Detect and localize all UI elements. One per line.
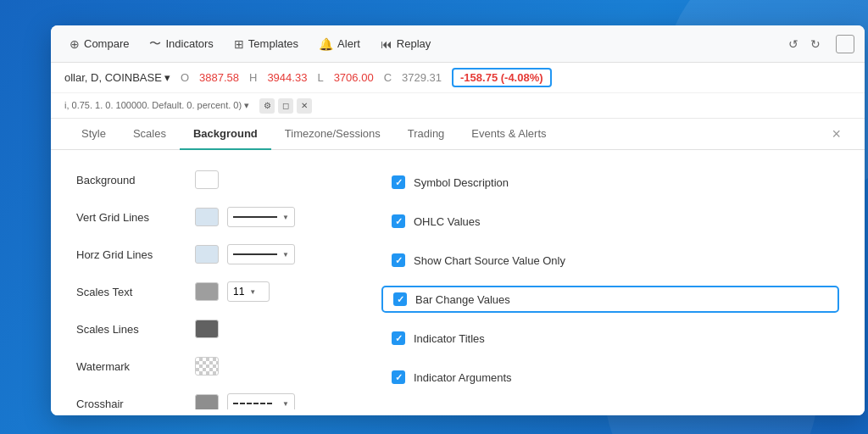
low-label: L	[317, 71, 323, 84]
indicator-bar: i, 0.75. 1. 0. 100000. Default. 0. perce…	[51, 93, 865, 119]
chevron-down-icon: ▼	[282, 214, 289, 221]
open-value: 3887.58	[199, 71, 239, 84]
low-value: 3706.00	[334, 71, 374, 84]
ohlc-values-row: OHLC Values	[381, 208, 839, 235]
vert-grid-label: Vert Grid Lines	[76, 211, 186, 224]
horz-grid-style-dropdown[interactable]: ▼	[227, 244, 295, 264]
undo-button[interactable]: ↺	[783, 34, 804, 54]
compare-button[interactable]: ⊕ Compare	[61, 33, 137, 55]
close-label: C	[384, 71, 392, 84]
main-window: ⊕ Compare 〜 Indicators ⊞ Templates 🔔 Ale…	[51, 25, 865, 415]
indicator-icons: ⚙ ◻ ✕	[259, 98, 312, 114]
settings-panel: Style Scales Background Timezone/Session…	[51, 119, 865, 415]
ohlc-values-label: OHLC Values	[414, 215, 481, 228]
remove-icon[interactable]: ✕	[297, 98, 312, 114]
scales-lines-setting-row: Scales Lines	[76, 316, 348, 342]
open-label: O	[181, 71, 189, 84]
line-preview	[233, 216, 277, 218]
tab-background[interactable]: Background	[180, 119, 271, 150]
indicator-titles-checkbox[interactable]	[392, 331, 405, 345]
redo-button[interactable]: ↻	[805, 34, 826, 54]
window-control-button[interactable]	[836, 35, 854, 53]
watermark-color-swatch[interactable]	[195, 357, 219, 376]
right-column: Symbol Description OHLC Values Show Char…	[381, 167, 839, 392]
scales-text-size-dropdown[interactable]: 11 ▼	[227, 281, 270, 302]
symbol-desc-row: Symbol Description	[381, 169, 839, 196]
alert-button[interactable]: 🔔 Alert	[310, 33, 369, 55]
scales-text-color-swatch[interactable]	[195, 282, 219, 301]
chart-source-row: Show Chart Source Value Only	[381, 247, 839, 274]
vert-grid-setting-row: Vert Grid Lines ▼	[76, 204, 348, 230]
chevron-down-icon: ▼	[282, 251, 289, 259]
indicators-icon: 〜	[149, 36, 161, 52]
indicator-titles-label: Indicator Titles	[414, 332, 485, 345]
line-preview	[233, 253, 277, 255]
replay-icon: ⏮	[381, 37, 392, 51]
background-label: Background	[76, 174, 186, 186]
chart-source-checkbox[interactable]	[392, 253, 405, 267]
scales-lines-label: Scales Lines	[76, 323, 186, 336]
scales-text-label: Scales Text	[76, 286, 186, 298]
left-column: Background Vert Grid Lines ▼ Horz Grid L…	[76, 167, 348, 392]
change-badge: -158.75 (-4.08%)	[452, 68, 552, 87]
high-label: H	[249, 71, 257, 84]
indicator-args-checkbox[interactable]	[392, 370, 405, 384]
chevron-down-icon: ▼	[282, 400, 289, 408]
scales-lines-color-swatch[interactable]	[195, 320, 219, 338]
compare-icon: ⊕	[70, 37, 80, 51]
settings-icon[interactable]: ⚙	[259, 98, 275, 114]
symbol-name[interactable]: ollar, D, COINBASE ▾	[64, 71, 170, 84]
vert-grid-style-dropdown[interactable]: ▼	[227, 207, 295, 227]
tabs-bar: Style Scales Background Timezone/Session…	[51, 119, 865, 150]
horz-grid-label: Horz Grid Lines	[76, 248, 186, 261]
toolbar: ⊕ Compare 〜 Indicators ⊞ Templates 🔔 Ale…	[51, 25, 865, 63]
indicator-values-row: Indicator Values	[381, 403, 839, 409]
watermark-label: Watermark	[76, 360, 186, 373]
symbol-desc-label: Symbol Description	[414, 176, 509, 189]
dash-preview	[233, 403, 277, 404]
bar-change-label: Bar Change Values	[415, 293, 510, 306]
indicator-args-label: Indicator Arguments	[414, 371, 512, 384]
ohlc-values-checkbox[interactable]	[392, 214, 405, 228]
symbol-desc-checkbox[interactable]	[392, 175, 405, 189]
horz-grid-setting-row: Horz Grid Lines ▼	[76, 242, 348, 267]
indicator-params: i, 0.75. 1. 0. 100000. Default. 0. perce…	[64, 100, 249, 111]
close-value: 3729.31	[402, 71, 442, 84]
tab-trading[interactable]: Trading	[394, 119, 459, 150]
tab-style[interactable]: Style	[68, 119, 120, 150]
background-setting-row: Background	[76, 167, 348, 192]
undo-redo-group: ↺ ↻	[783, 34, 826, 54]
content-area: Background Vert Grid Lines ▼ Horz Grid L…	[51, 150, 865, 409]
watermark-setting-row: Watermark	[76, 353, 348, 379]
tab-scales[interactable]: Scales	[120, 119, 180, 150]
bar-change-row: Bar Change Values	[381, 286, 839, 313]
high-value: 3944.33	[267, 71, 307, 84]
scales-text-setting-row: Scales Text 11 ▼	[76, 279, 348, 304]
bar-change-checkbox[interactable]	[393, 292, 407, 306]
font-size-value: 11	[233, 286, 244, 298]
templates-button[interactable]: ⊞ Templates	[225, 33, 307, 55]
tab-events[interactable]: Events & Alerts	[458, 119, 559, 150]
crosshair-color-swatch[interactable]	[195, 394, 219, 409]
templates-icon: ⊞	[234, 37, 244, 51]
vert-grid-color-swatch[interactable]	[195, 208, 219, 226]
close-panel-button[interactable]: ×	[825, 122, 848, 147]
indicator-args-row: Indicator Arguments	[381, 364, 839, 391]
visibility-icon[interactable]: ◻	[278, 98, 293, 114]
indicators-button[interactable]: 〜 Indicators	[141, 32, 221, 56]
indicator-titles-row: Indicator Titles	[381, 325, 839, 352]
alert-icon: 🔔	[319, 37, 333, 51]
chevron-down-icon: ▼	[249, 288, 256, 296]
crosshair-setting-row: Crosshair ▼	[76, 391, 348, 409]
tab-timezone[interactable]: Timezone/Sessions	[271, 119, 394, 150]
replay-button[interactable]: ⏮ Replay	[372, 33, 439, 55]
crosshair-style-dropdown[interactable]: ▼	[227, 393, 295, 409]
chart-source-label: Show Chart Source Value Only	[414, 254, 565, 267]
horz-grid-color-swatch[interactable]	[195, 245, 219, 264]
background-color-swatch[interactable]	[195, 170, 219, 189]
crosshair-label: Crosshair	[76, 398, 186, 410]
symbol-bar: ollar, D, COINBASE ▾ O 3887.58 H 3944.33…	[51, 63, 865, 93]
